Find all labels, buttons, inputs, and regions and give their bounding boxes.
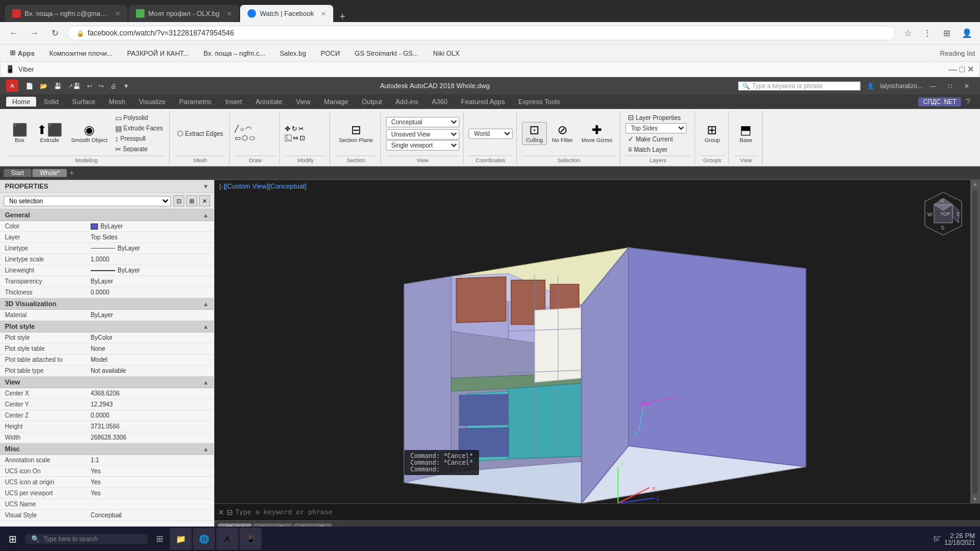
no-filter-button[interactable]: ⊘ No Filter [548, 122, 576, 144]
tab-3-close[interactable]: ✕ [321, 10, 326, 17]
misc-section-header[interactable]: Misc ▲ [0, 443, 214, 455]
top-sides-dropdown[interactable]: Top Sides [625, 123, 687, 133]
bookmark-salex[interactable]: Salex.bg [275, 48, 311, 58]
viber-close[interactable]: ✕ [967, 64, 974, 74]
ribbon-tab-mesh[interactable]: Mesh [103, 97, 132, 107]
ribbon-tab-addins[interactable]: Add-ins [390, 97, 424, 107]
ribbon-tab-spds[interactable]: СПДС .NET [918, 97, 961, 107]
browser-tab-1[interactable]: Вх. поща – ngfm.c@gmail.com ✕ [5, 5, 127, 22]
qa-save[interactable]: 💾 [51, 81, 64, 91]
taskbar-explorer[interactable]: 📁 [170, 528, 192, 550]
browser-tab-2[interactable]: Моят профил - OLX.bg ✕ [129, 5, 239, 22]
taskbar-chrome[interactable]: 🌐 [193, 528, 215, 550]
whole-tab[interactable]: Whole* [32, 169, 67, 177]
arc-tool[interactable]: ◠ [246, 125, 252, 133]
props-reset[interactable]: ✕ [199, 195, 210, 206]
close-button[interactable]: ✕ [959, 81, 974, 91]
base-button[interactable]: ⬒ Base [734, 122, 758, 144]
rotate-tool[interactable]: ↻ [292, 125, 297, 133]
separate-button[interactable]: ✂ Separate [113, 144, 165, 154]
view-section-header[interactable]: View ▲ [0, 377, 214, 388]
props-select-all[interactable]: ⊡ [173, 195, 184, 206]
viewport-scrollbar[interactable]: ▲ ▼ [970, 180, 980, 503]
ellipse-tool[interactable]: ⬭ [249, 134, 255, 142]
forward-button[interactable]: → [26, 24, 43, 42]
start-tab[interactable]: Start [4, 169, 31, 177]
taskbar-viber[interactable]: 📱 [239, 528, 262, 550]
plot-style-section-header[interactable]: Plot style ▲ [0, 321, 214, 332]
ribbon-tab-output[interactable]: Output [356, 97, 388, 107]
command-input[interactable] [235, 508, 976, 516]
group-button[interactable]: ⊞ Group [700, 122, 725, 144]
cmd-expand-btn[interactable]: ⊟ [227, 508, 233, 517]
ribbon-tab-a360[interactable]: A360 [426, 97, 454, 107]
qa-new[interactable]: 📄 [23, 81, 36, 91]
section-plane-button[interactable]: ⊟ Section Plane [335, 122, 377, 144]
windows-search-bar[interactable]: 🔍 Type here to search [25, 534, 148, 544]
rect-tool[interactable]: ▭ [235, 134, 241, 142]
ribbon-tab-manage[interactable]: Manage [318, 97, 355, 107]
search-bar[interactable]: 🔍 Type a keyword or phrase [738, 81, 861, 91]
make-current-button[interactable]: ✓ Make Current [625, 134, 687, 144]
world-coordinate-dropdown[interactable]: World [469, 129, 513, 139]
polygon-tool[interactable]: ⬡ [242, 134, 248, 142]
general-section-header[interactable]: General ▲ [0, 209, 214, 221]
tab-1-close[interactable]: ✕ [115, 10, 120, 17]
bookmark-gs[interactable]: GS Stroimarkt - GS... [350, 48, 423, 58]
ribbon-tab-featured[interactable]: Featured Apps [455, 97, 511, 107]
reload-button[interactable]: ↻ [47, 24, 64, 42]
bookmark-star-button[interactable]: ☆ [899, 24, 916, 42]
mirror-tool[interactable]: ⇔ [293, 134, 298, 142]
extrude-faces-button[interactable]: ▤ Extrude Faces [113, 124, 165, 133]
new-doc-tab[interactable]: + [69, 169, 74, 178]
viber-minimize[interactable]: — [949, 64, 957, 74]
tab-2-close[interactable]: ✕ [227, 10, 232, 17]
ribbon-tab-annotate[interactable]: Annotate [249, 97, 288, 107]
browser-tab-3[interactable]: Watch | Facebook ✕ [240, 5, 333, 22]
address-bar[interactable]: 🔒 facebook.com/watch/?v=3122818747954546 [67, 26, 895, 40]
move-gizmo-button[interactable]: ✚ Move Gizmo [578, 122, 616, 144]
box-button[interactable]: ⬛ Box [7, 122, 32, 144]
selection-dropdown[interactable]: No selection [4, 196, 171, 206]
layer-properties-button[interactable]: ⊟ Layer Properties [625, 113, 687, 122]
view-name-dropdown[interactable]: Unsaved View [386, 129, 459, 140]
trim-tool[interactable]: ✂ [298, 125, 304, 133]
ribbon-tab-insert[interactable]: Insert [219, 97, 249, 107]
bookmark-kompozitni[interactable]: Композитни плочи... [45, 48, 118, 58]
extract-edges-button[interactable]: ⬡ Extract Edges [175, 129, 225, 138]
bookmark-vhposhta[interactable]: Вх. поща – ngfm.c... [198, 48, 270, 58]
bookmark-apps[interactable]: ⊞ Apps [5, 48, 40, 58]
profile-button[interactable]: 👤 [958, 24, 975, 42]
cmd-close-btn[interactable]: ✕ [218, 508, 224, 517]
qa-customise[interactable]: ▼ [121, 81, 132, 91]
viewport-3d[interactable]: [-][Custom View][Conceptual] N W E S [214, 180, 980, 503]
culling-button[interactable]: ⊡ Culling [522, 122, 548, 145]
maximize-button[interactable]: □ [943, 81, 957, 91]
vscroll-up[interactable]: ▲ [973, 181, 978, 187]
visual-style-dropdown[interactable]: Conceptual [386, 117, 459, 127]
taskbar-autocad[interactable]: A [216, 528, 238, 550]
presspull-button[interactable]: ↕ Presspull [113, 134, 165, 144]
bookmark-razkroi[interactable]: РАЗКРОЙ И КАНТ... [122, 48, 194, 58]
browser-menu-button[interactable]: ⋮ [919, 24, 936, 42]
properties-menu[interactable]: ▼ [203, 183, 209, 190]
extensions-button[interactable]: ⊞ [938, 24, 956, 42]
scale-tool[interactable]: ⊡ [300, 134, 305, 142]
bookmark-niki[interactable]: Niki OLX [428, 48, 464, 58]
copy-tool[interactable]: ⿺ [285, 134, 292, 142]
qa-open[interactable]: 📂 [37, 81, 50, 91]
ribbon-tab-surface[interactable]: Surface [66, 97, 102, 107]
viewport-mode-dropdown[interactable]: Single viewport [386, 140, 459, 151]
polysolid-button[interactable]: ▭ Polysolid [113, 113, 165, 123]
ribbon-tab-home[interactable]: Home [6, 97, 36, 107]
smooth-object-button[interactable]: ◉ Smooth Object [67, 122, 111, 144]
extrude-button[interactable]: ⬆⬛ Extrude [33, 122, 66, 144]
qa-saveas[interactable]: ↗💾 [66, 81, 83, 91]
ribbon-tab-express[interactable]: Express Tools [512, 97, 566, 107]
qa-print[interactable]: 🖨 [108, 81, 119, 91]
navigation-cube[interactable]: N W E S TOP [919, 189, 968, 239]
task-view-btn[interactable]: ⊞ [153, 534, 167, 544]
qa-undo[interactable]: ↩ [85, 81, 94, 91]
viber-maximize[interactable]: □ [960, 64, 965, 74]
vscroll-down[interactable]: ▼ [973, 497, 978, 502]
